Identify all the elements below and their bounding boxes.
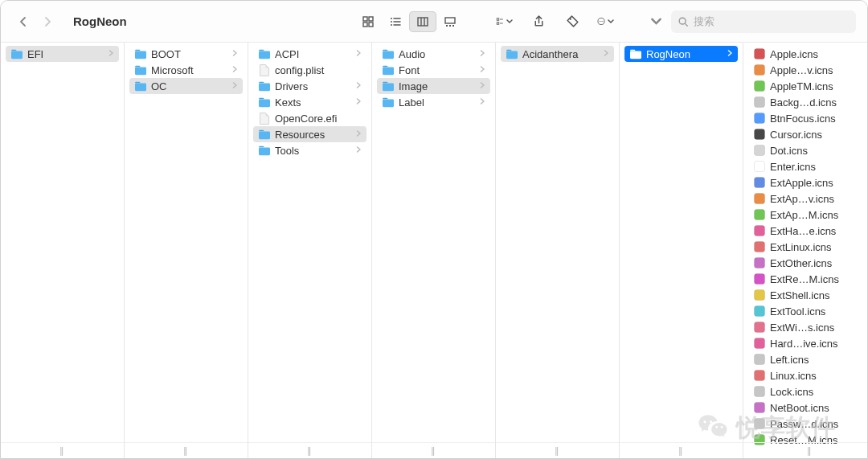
folder-item[interactable]: Resources — [253, 126, 366, 142]
action-menu-button[interactable] — [592, 10, 620, 33]
svg-rect-39 — [383, 83, 394, 91]
svg-point-26 — [679, 18, 686, 24]
file-item[interactable]: AppleTM.icns — [748, 78, 867, 94]
finder-column: ACPIconfig.plistDriversKextsOpenCore.efi… — [248, 43, 372, 458]
item-label: Tools — [275, 145, 351, 157]
view-gallery-button[interactable] — [436, 11, 464, 32]
file-item[interactable]: Reset…M.icns — [748, 432, 867, 448]
file-item[interactable]: ExtWi…s.icns — [748, 319, 867, 335]
finder-column: BOOTMicrosoftOC‖ — [125, 43, 248, 458]
folder-item[interactable]: Tools — [253, 142, 366, 158]
item-label: Resources — [275, 129, 351, 141]
finder-column: Acidanthera‖ — [496, 43, 620, 458]
view-list-button[interactable] — [382, 11, 409, 32]
file-item[interactable]: Hard…ive.icns — [748, 335, 867, 351]
file-item[interactable]: Apple…v.icns — [748, 62, 867, 78]
icns-icon — [753, 112, 766, 125]
file-item[interactable]: ExtRe…M.icns — [748, 271, 867, 287]
item-label: Apple.icns — [770, 48, 866, 60]
folder-item[interactable]: Acidanthera — [501, 46, 614, 62]
svg-rect-85 — [755, 387, 765, 397]
forward-button[interactable] — [36, 10, 59, 33]
folder-item[interactable]: Image — [377, 78, 490, 94]
icns-icon — [753, 337, 766, 350]
toolbar: RogNeon — [1, 1, 867, 43]
file-item[interactable]: Backg…d.icns — [748, 94, 867, 110]
file-item[interactable]: ExtAp…v.icns — [748, 191, 867, 207]
toolbar-overflow-button[interactable] — [647, 10, 665, 33]
chevron-down-icon — [607, 14, 615, 28]
item-label: BOOT — [151, 48, 227, 60]
file-item[interactable]: Lock.icns — [748, 383, 867, 400]
file-item[interactable]: BtnFocus.icns — [748, 110, 867, 126]
file-item[interactable]: Left.icns — [748, 351, 867, 367]
svg-rect-77 — [755, 322, 765, 333]
icns-icon — [753, 353, 766, 366]
folder-item[interactable]: Font — [377, 62, 490, 78]
folder-icon — [382, 64, 395, 76]
chevron-right-icon — [479, 97, 485, 107]
svg-rect-17 — [497, 18, 499, 21]
grouping-button[interactable] — [491, 10, 518, 33]
list-icon — [389, 15, 402, 28]
item-label: OC — [151, 80, 227, 92]
folder-item[interactable]: Kexts — [253, 94, 366, 110]
file-item[interactable]: ExtTool.icns — [748, 303, 867, 319]
item-label: Apple…v.icns — [770, 64, 866, 76]
folder-item[interactable]: Microsoft — [129, 62, 243, 78]
file-item[interactable]: ExtAp…M.icns — [748, 207, 867, 223]
back-button[interactable] — [12, 10, 35, 33]
folder-item[interactable]: EFI — [6, 46, 119, 62]
file-item[interactable]: config.plist — [253, 62, 366, 78]
file-item[interactable]: NetBoot.icns — [748, 400, 867, 416]
search-icon — [678, 16, 689, 27]
icns-icon — [753, 47, 766, 60]
share-button[interactable] — [525, 10, 552, 33]
icns-icon — [753, 256, 766, 269]
svg-rect-57 — [755, 162, 765, 172]
folder-item[interactable]: ACPI — [253, 46, 366, 62]
file-item[interactable]: ExtHa…e.icns — [748, 223, 867, 239]
file-item[interactable]: OpenCore.efi — [253, 110, 366, 126]
file-item[interactable]: Passw…d.icns — [748, 416, 867, 432]
file-item[interactable]: Dot.icns — [748, 142, 867, 158]
folder-item[interactable]: BOOT — [129, 46, 243, 62]
file-item[interactable]: ExtLinux.icns — [748, 239, 867, 255]
item-label: Audio — [399, 48, 475, 60]
item-label: Hard…ive.icns — [770, 338, 866, 350]
view-columns-button[interactable] — [409, 11, 436, 32]
chevron-right-icon — [479, 49, 485, 59]
svg-rect-65 — [755, 226, 765, 236]
svg-rect-33 — [259, 83, 270, 91]
file-item[interactable]: Enter.icns — [748, 158, 867, 174]
file-item[interactable]: ExtShell.icns — [748, 287, 867, 303]
file-item[interactable]: Linux.icns — [748, 367, 867, 383]
folder-icon — [258, 80, 271, 92]
icns-icon — [753, 176, 766, 189]
folder-item[interactable]: Drivers — [253, 78, 366, 94]
folder-icon — [134, 47, 147, 60]
folder-item[interactable]: RogNeon — [624, 46, 738, 62]
item-label: Left.icns — [770, 354, 866, 366]
icns-icon — [753, 160, 766, 173]
chevron-right-icon — [231, 65, 238, 75]
svg-point-25 — [602, 21, 603, 22]
columns-icon — [416, 15, 429, 28]
folder-item[interactable]: Audio — [377, 46, 490, 62]
gallery-icon — [444, 15, 457, 28]
svg-rect-71 — [755, 274, 765, 285]
file-item[interactable]: Cursor.icns — [748, 126, 867, 142]
folder-item[interactable]: OC — [129, 78, 243, 94]
file-item[interactable]: ExtOther.icns — [748, 255, 867, 271]
icns-icon — [753, 273, 766, 285]
folder-item[interactable]: Label — [377, 94, 490, 110]
svg-point-21 — [569, 18, 571, 20]
search-field[interactable] — [671, 10, 856, 33]
view-icons-button[interactable] — [354, 11, 382, 32]
item-label: Cursor.icns — [770, 129, 866, 141]
file-item[interactable]: Apple.icns — [748, 46, 867, 62]
svg-line-27 — [686, 23, 688, 26]
file-item[interactable]: ExtApple.icns — [748, 174, 867, 191]
tag-button[interactable] — [559, 10, 586, 33]
search-input[interactable] — [694, 15, 850, 27]
